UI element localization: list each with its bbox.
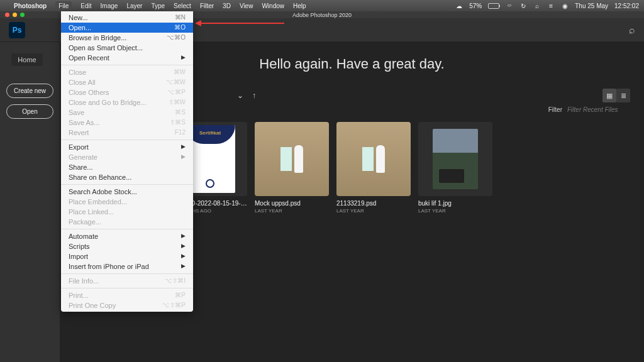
menubar-view[interactable]: View <box>240 3 253 9</box>
filter-label: Filter <box>548 106 562 113</box>
battery-icon[interactable] <box>488 3 499 9</box>
file-name: Mock uppsd.psd <box>255 200 329 207</box>
file-time: LAST YEAR <box>255 208 329 214</box>
grid-view-button[interactable]: ▦ <box>602 89 616 102</box>
menu-item-import[interactable]: Import▶ <box>61 251 193 261</box>
menu-item-new[interactable]: New...⌘N <box>61 13 193 23</box>
menu-item-place-embedded: Place Embedded... <box>61 197 193 207</box>
menubar-app-name[interactable]: Photoshop <box>14 3 47 9</box>
menu-item-search-adobe-stock[interactable]: Search Adobe Stock... <box>61 187 193 197</box>
menu-item-scripts[interactable]: Scripts▶ <box>61 241 193 251</box>
menubar-help[interactable]: Help <box>293 3 306 9</box>
maximize-window-button[interactable] <box>20 13 25 17</box>
menu-item-close-others: Close Others⌥⌘P <box>61 87 193 97</box>
menubar-layer[interactable]: Layer <box>126 3 142 9</box>
menubar-window[interactable]: Window <box>262 3 284 9</box>
menubar-time[interactable]: 12:52:02 <box>614 3 639 9</box>
annotation-arrow <box>200 23 284 24</box>
menubar-type[interactable]: Type <box>151 3 165 9</box>
menubar-image[interactable]: Image <box>101 3 118 9</box>
file-name: buki lif 1.jpg <box>418 200 492 207</box>
menu-item-file-info: File Info...⌥⇧⌘I <box>61 276 193 286</box>
menu-item-export[interactable]: Export▶ <box>61 142 193 152</box>
file-card[interactable]: Mock uppsd.psd LAST YEAR <box>255 122 329 214</box>
sort-chevron-icon[interactable]: ⌄ <box>237 91 243 100</box>
menubar-3d[interactable]: 3D <box>223 3 231 9</box>
menu-item-open-as-smart-object[interactable]: Open as Smart Object... <box>61 43 193 53</box>
file-card[interactable]: 21133219.psd LAST YEAR <box>336 122 411 214</box>
menu-item-save: Save⌘S <box>61 107 193 118</box>
file-card[interactable]: buki lif 1.jpg LAST YEAR <box>418 122 492 214</box>
spotlight-icon[interactable]: ⌕ <box>533 2 541 9</box>
menubar-filter[interactable]: Filter <box>200 3 214 9</box>
file-time: LAST YEAR <box>418 208 492 214</box>
menubar-select[interactable]: Select <box>174 3 191 9</box>
menu-item-close: Close⌘W <box>61 67 193 77</box>
menubar-date[interactable]: Thu 25 May <box>575 3 608 9</box>
filter-input[interactable] <box>567 106 630 113</box>
menu-item-share[interactable]: Share... <box>61 162 193 172</box>
file-time: LAST YEAR <box>336 208 411 214</box>
file-thumbnail <box>336 122 411 196</box>
menu-item-place-linked: Place Linked... <box>61 207 193 217</box>
control-center-icon[interactable]: ≡ <box>547 2 555 9</box>
sync-icon[interactable]: ↻ <box>519 2 527 9</box>
menu-item-browse-in-bridge[interactable]: Browse in Bridge...⌥⌘O <box>61 33 193 43</box>
sidebar: Home Create new Open <box>0 42 60 362</box>
list-view-button[interactable]: ≣ <box>616 89 630 102</box>
menu-item-insert-from-iphone-or-ipad[interactable]: Insert from iPhone or iPad▶ <box>61 261 193 272</box>
sidebar-home[interactable]: Home <box>11 53 43 66</box>
file-thumbnail <box>255 122 329 196</box>
window-title: Adobe Photoshop 2020 <box>292 12 352 18</box>
create-new-button[interactable]: Create new <box>6 84 53 98</box>
siri-icon[interactable]: ◉ <box>561 2 569 9</box>
menu-item-package: Package... <box>61 217 193 227</box>
photoshop-logo[interactable]: Ps <box>9 22 25 38</box>
menu-item-open-recent[interactable]: Open Recent▶ <box>61 53 193 63</box>
menu-item-save-as: Save As...⇧⌘S <box>61 118 193 128</box>
menu-item-open[interactable]: Open...⌘O <box>61 23 193 33</box>
battery-percent: 57% <box>469 3 482 9</box>
menu-item-print: Print...⌘P <box>61 290 193 300</box>
menubar-file[interactable]: File <box>55 1 72 11</box>
menu-item-share-on-behance[interactable]: Share on Behance... <box>61 172 193 182</box>
search-icon[interactable]: ⌕ <box>629 25 635 36</box>
menu-item-print-one-copy: Print One Copy⌥⇧⌘P <box>61 300 193 310</box>
file-thumbnail <box>418 122 492 196</box>
menu-item-close-all: Close All⌥⌘W <box>61 77 193 87</box>
sort-arrow-icon[interactable]: ↑ <box>252 91 256 100</box>
menu-item-generate: Generate▶ <box>61 152 193 162</box>
close-window-button[interactable] <box>5 13 9 17</box>
menu-item-close-and-go-to-bridge: Close and Go to Bridge...⇧⌘W <box>61 97 193 107</box>
menu-item-automate[interactable]: Automate▶ <box>61 231 193 241</box>
cloud-icon[interactable]: ☁ <box>455 2 463 9</box>
menubar-edit[interactable]: Edit <box>80 3 91 9</box>
macos-menubar: Photoshop File Edit Image Layer Type Sel… <box>0 0 644 11</box>
menu-item-revert: RevertF12 <box>61 128 193 138</box>
file-name: 21133219.psd <box>336 200 411 207</box>
open-button[interactable]: Open <box>6 104 53 119</box>
minimize-window-button[interactable] <box>13 13 17 17</box>
file-menu-dropdown: New...⌘NOpen...⌘OBrowse in Bridge...⌥⌘OO… <box>61 11 193 312</box>
wifi-icon[interactable]: ⌔ <box>506 2 513 9</box>
